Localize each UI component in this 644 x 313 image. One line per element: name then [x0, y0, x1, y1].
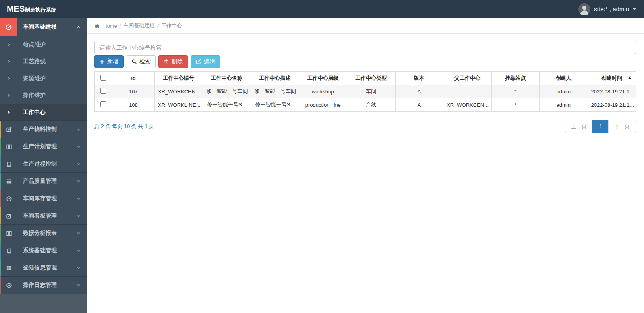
list-icon	[1, 173, 17, 190]
breadcrumb-separator: /	[157, 23, 159, 29]
cell-name: 修一智能一号车间	[203, 85, 251, 98]
sidebar-item-workshop-inventory-management[interactable]: 车间库存管理	[0, 190, 87, 207]
page-1-button[interactable]: 1	[592, 120, 609, 133]
table-header-row: id 工作中心编号 工作中心名称 工作中心描述 工作中心层级 工作中心类型 版本…	[95, 72, 636, 85]
cell-id: 108	[112, 98, 155, 112]
cell-id: 107	[112, 85, 155, 98]
col-header-level[interactable]: 工作中心层级	[299, 72, 347, 85]
col-header-type[interactable]: 工作中心类型	[347, 72, 396, 85]
sidebar-item-product-quality-management[interactable]: 产品质量管理	[0, 173, 87, 190]
pagination-summary[interactable]: 总 2 条 每页 10 条 共 1 页	[94, 123, 154, 130]
pagination: 上一页 1 下一页	[565, 120, 636, 133]
edit-square-icon	[1, 207, 17, 224]
sidebar-item-workshop-modeling[interactable]: 车间基础建模	[0, 18, 87, 36]
col-header-code[interactable]: 工作中心编号	[155, 72, 203, 85]
col-header-created-label: 创建时间	[601, 75, 622, 81]
sidebar-item-process-route[interactable]: 工艺路线	[0, 53, 87, 70]
sidebar-item-label: 工艺路线	[17, 58, 87, 65]
trash-icon	[164, 59, 169, 64]
sidebar-item-operation-log-management[interactable]: 操作日志管理	[0, 277, 87, 294]
cell-type: 车间	[347, 85, 396, 98]
sidebar-item-label: 资源维护	[17, 75, 87, 82]
sidebar-item-login-info-management[interactable]: 登陆信息管理	[0, 259, 87, 277]
sidebar: 车间基础建模 站点维护 工艺路线 资源维护 操作维护 工作中心 生产物料控	[0, 18, 87, 313]
sidebar-item-data-analysis-report[interactable]: 数据分析报表	[0, 225, 87, 242]
add-button-label: 新增	[107, 58, 118, 65]
col-header-station[interactable]: 挂靠站点	[491, 72, 540, 85]
edit-button-label: 编辑	[204, 58, 215, 65]
next-page-button[interactable]: 下一页	[608, 120, 636, 133]
table-row[interactable]: 107 XR_WORKCEN... 修一智能一号车间 修一智能一号车间 work…	[95, 85, 636, 98]
sidebar-item-label: 生产过程控制	[17, 160, 76, 168]
search-input[interactable]	[94, 41, 636, 54]
select-all-checkbox[interactable]	[100, 75, 106, 81]
sidebar-item-site-maintenance[interactable]: 站点维护	[0, 36, 87, 53]
cell-type: 产线	[347, 98, 396, 112]
sidebar-item-label: 生产物料控制	[17, 126, 76, 133]
cell-code: XR_WORKLINE...	[155, 98, 203, 112]
sidebar-item-label: 数据分析报表	[17, 230, 76, 237]
sidebar-item-operation-maintenance[interactable]: 操作维护	[0, 87, 87, 104]
chevron-down-icon	[76, 162, 81, 166]
sidebar-item-workshop-board-management[interactable]: 车间看板管理	[0, 207, 87, 225]
breadcrumb-level2[interactable]: 工作中心	[161, 22, 182, 29]
book-icon	[1, 242, 17, 259]
gauge-icon	[1, 277, 17, 294]
edit-button[interactable]: 编辑	[191, 55, 220, 68]
col-header-creator[interactable]: 创建人	[540, 72, 588, 85]
col-header-desc[interactable]: 工作中心描述	[251, 72, 299, 85]
user-menu[interactable]: site:* , admin	[578, 3, 644, 15]
breadcrumb-separator: /	[120, 23, 121, 29]
sidebar-item-production-material-control[interactable]: 生产物料控制	[0, 121, 87, 138]
cell-version: A	[395, 85, 443, 98]
search-icon	[131, 59, 137, 64]
cell-station: *	[491, 85, 540, 98]
row-checkbox[interactable]	[100, 101, 106, 107]
chevron-right-icon	[0, 36, 17, 53]
gauge-icon	[0, 18, 17, 36]
chevron-right-icon	[0, 53, 17, 70]
pin-icon[interactable]	[627, 76, 632, 81]
chevron-right-icon	[0, 104, 17, 120]
sidebar-item-production-plan-management[interactable]: 生产计划管理	[0, 138, 87, 155]
cell-creator: admin	[540, 85, 588, 98]
cell-level: workshop	[299, 85, 347, 98]
add-button[interactable]: 新增	[94, 55, 124, 68]
prev-page-button[interactable]: 上一页	[565, 120, 593, 133]
sidebar-item-production-process-control[interactable]: 生产过程控制	[0, 155, 87, 173]
columns-icon	[1, 225, 17, 242]
cell-parent	[443, 85, 492, 98]
delete-button-label: 删除	[172, 58, 183, 65]
sidebar-item-resource-maintenance[interactable]: 资源维护	[0, 70, 87, 87]
search-button-label: 检索	[139, 58, 151, 65]
row-checkbox[interactable]	[100, 88, 106, 94]
sidebar-item-label: 工作中心	[17, 109, 87, 116]
home-icon	[95, 23, 100, 29]
col-header-name[interactable]: 工作中心名称	[203, 72, 251, 85]
sidebar-item-system-base-management[interactable]: 系统基础管理	[0, 242, 87, 259]
search-button[interactable]: 检索	[126, 55, 156, 68]
toolbar: 新增 检索 删除 编辑	[94, 55, 636, 68]
user-label: site:* , admin	[594, 6, 629, 12]
col-header-parent[interactable]: 父工作中心	[443, 72, 492, 85]
gauge-icon	[1, 190, 17, 207]
list-icon	[1, 259, 17, 276]
plus-icon	[99, 59, 105, 64]
breadcrumb-level1[interactable]: 车间基础建模	[123, 22, 155, 29]
cell-parent: XR_WORKCEN...	[443, 98, 492, 112]
chevron-right-icon	[0, 87, 17, 104]
col-header-id[interactable]: id	[112, 72, 155, 85]
table-row[interactable]: 108 XR_WORKLINE... 修一智能一号S... 修一智能一号S...…	[95, 98, 636, 112]
delete-button[interactable]: 删除	[158, 55, 188, 68]
cell-name: 修一智能一号S...	[203, 98, 251, 112]
sidebar-item-work-center[interactable]: 工作中心	[0, 104, 87, 121]
cell-creator: admin	[540, 98, 588, 112]
col-header-created[interactable]: 创建时间	[588, 72, 636, 85]
pagination-row: 总 2 条 每页 10 条 共 1 页 上一页 1 下一页	[94, 120, 636, 133]
main-content: Home / 车间基础建模 / 工作中心 新增 检索 删除 编辑	[87, 18, 644, 313]
breadcrumb-home[interactable]: Home	[103, 23, 117, 29]
book-icon	[1, 155, 17, 172]
sidebar-item-label: 产品质量管理	[17, 178, 76, 185]
avatar	[578, 3, 590, 15]
col-header-version[interactable]: 版本	[395, 72, 443, 85]
